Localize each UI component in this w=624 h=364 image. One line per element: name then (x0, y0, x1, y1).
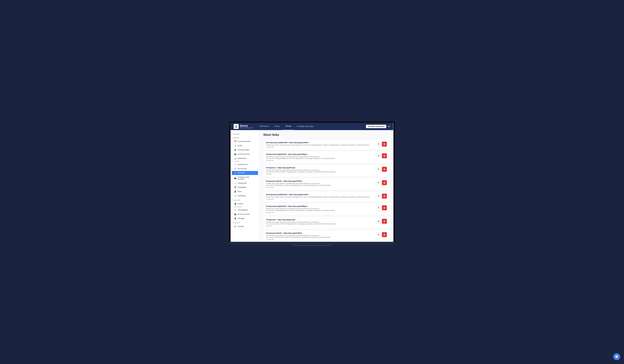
view-shortlink-button[interactable]: 👁 (376, 167, 381, 172)
shortlink-actions: 👁 🗑 (376, 167, 387, 172)
shortlink-redirect: Verwijst naar: https://quezy.io/nl/demo-… (266, 144, 374, 146)
delete-shortlink-button[interactable]: 🗑 (382, 194, 387, 199)
shortlink-card: PostQuezyLinkedin - https://qzy.app/3ufk… (263, 230, 390, 242)
sidebar-item-team[interactable]: 👤 Team (232, 190, 258, 194)
sidebar-item-label: Livechat (237, 225, 244, 227)
social-icon: 👥 (234, 213, 236, 215)
shortlink-usage: (0x gebruikt) (266, 212, 374, 213)
shortlink-info: DemoQuezyGoogleBedrijf - https://qzy.app… (266, 142, 374, 148)
shortlink-card: PostQuezyX - https://qzy.app/Hzxjqr Verw… (263, 217, 390, 229)
shortlink-title: PostQuezyLinkedin - https://qzy.app/3ufk… (266, 180, 374, 182)
shortlink-actions: 👁 🗑 (376, 232, 387, 237)
sidebar-item-instellingen[interactable]: ⚙ Instellingen (232, 194, 258, 198)
sidebar-item-post-aanmaken[interactable]: ➕ Post aanmaken (232, 148, 258, 152)
shortlink-title: DemoQuezyGoogleBedrijf - https://qzy.app… (266, 194, 374, 195)
sidebar-item-uitnodigingen[interactable]: ✉ Uitnodigingen (232, 208, 258, 212)
create-shortlink-button[interactable]: Shortlink aanmaken (366, 125, 386, 128)
sidebar-item-label: Uitloggen (237, 218, 245, 219)
logo-text: Quezy (240, 124, 253, 127)
nav-tab-quezy[interactable]: Quezy (272, 123, 283, 130)
sidebar-item-my-account[interactable]: 👤 Esmee (232, 202, 258, 206)
shortlink-card: DemoQuezyGoogleBedrijf - https://qzy.app… (263, 140, 390, 150)
nav-tab-ternair[interactable]: Ternair (283, 123, 294, 130)
sidebar-item-inhakdagen[interactable]: 📆 Inhakdagen (232, 185, 258, 189)
sidebar-item-social-accounts[interactable]: 👥 Social accounts (232, 152, 258, 156)
view-shortlink-button[interactable]: 👁 (376, 232, 381, 237)
sidebar-item-label: Content kalender (237, 141, 251, 142)
shortlink-actions: 👁 🗑 (376, 219, 387, 224)
sidebar-item-instagram-feed[interactable]: 📷 Instagram feed previews (232, 175, 258, 181)
delete-shortlink-button[interactable]: 🗑 (382, 219, 387, 224)
delete-shortlink-button[interactable]: 🗑 (382, 205, 387, 210)
section-label-account: ACCOUNT (231, 198, 259, 202)
shortlink-title: DemoQuezyGoogleBedrijf - https://qzy.app… (266, 142, 374, 144)
shortlink-redirect: Verwijst naar: https://quezy.io/nl/demo-… (266, 196, 374, 198)
shortlink-info: PostQuezyX - https://qzy.app/Hzxjqr Verw… (266, 167, 374, 175)
nav-tab-create-company[interactable]: ⊕ Bedrijf aanmaken (294, 125, 317, 127)
laptop-base (229, 242, 395, 244)
shortlink-usage: (0x gebruikt) (266, 160, 374, 161)
shortlink-redirect: Verwijst naar: https://ternair.com/nieuw… (266, 221, 374, 225)
shortlink-redirect: Verwijst naar: https://ternair.com/nieuw… (266, 169, 374, 173)
shortlinks-list: DemoQuezyGoogleBedrijf - https://qzy.app… (263, 140, 390, 242)
sidebar-item-drafts[interactable]: 📝 Drafts (232, 144, 258, 148)
content-area: Short links DemoQuezyGoogleBedrijf - htt… (260, 130, 393, 242)
view-shortlink-button[interactable]: 👁 (376, 219, 381, 224)
shortlink-info: DemoQuezyGoogleBedrijf - https://qzy.app… (266, 194, 374, 200)
laptop-bottom (229, 244, 395, 246)
sidebar-item-hashtag-sets[interactable]: # Hashtag sets (232, 163, 258, 167)
shortlink-title: PostQuezyGoogleBedrijf - https://qzy.app… (266, 205, 374, 207)
chat-icon: 💬 (234, 225, 236, 228)
sidebar-item-content-kalender[interactable]: 📅 Content kalender (232, 140, 258, 144)
sidebar-item-label: Categorieën (237, 182, 247, 184)
sidebar-item-shortlinks[interactable]: 🔗 Shortlinks (232, 171, 258, 175)
view-shortlink-button[interactable]: 👁 (376, 180, 381, 185)
categories-icon: 🗂 (234, 182, 236, 184)
top-navigation: Q Quezy powered by TERNAIR Workspace Que… (231, 123, 393, 130)
shortlink-usage: (1x gebruikt) (266, 239, 374, 240)
sidebar-item-text-presets[interactable]: 📋 Text presets (232, 167, 258, 171)
stats-icon: 📊 (234, 157, 236, 159)
sidebar-item-uitloggen[interactable]: 🚪 Uitloggen (232, 217, 258, 220)
shortlink-actions: 👁 🗑 (376, 194, 387, 199)
laptop-stand (293, 245, 331, 246)
sidebar-item-label: Statistieken (237, 157, 247, 159)
sidebar-item-social-accounts-account[interactable]: 👥 Social accounts (232, 212, 258, 216)
shortlink-actions: 👁 🗑 (376, 153, 387, 158)
sidebar-item-statistieken[interactable]: 📊 Statistieken (232, 156, 258, 160)
chat-bubble-button[interactable]: 💬 (613, 353, 620, 360)
view-shortlink-button[interactable]: 👁 (376, 142, 381, 146)
shortlink-card: DemoQuezyGoogleBedrijf - https://qzy.app… (263, 192, 390, 202)
sidebar-item-label: Shortlinks (237, 172, 245, 174)
sidebar-item-label: Drafts (237, 145, 242, 146)
shortlink-title: PostQuezyGoogleBedrijf - https://qzy.app… (266, 153, 374, 155)
shortlink-redirect: Verwijst naar: https://ternair.com/nieuw… (266, 235, 374, 238)
view-shortlink-button[interactable]: 👁 (376, 205, 381, 210)
shortlinks-icon: 🔗 (234, 172, 236, 174)
shortlink-usage: (1x gebruikt) (266, 198, 374, 200)
view-shortlink-button[interactable]: 👁 (376, 153, 381, 158)
delete-shortlink-button[interactable]: 🗑 (382, 232, 387, 237)
shortlink-card: PostQuezyX - https://qzy.app/Hzxjqr Verw… (263, 165, 390, 177)
account-icon: 👤 (234, 203, 236, 205)
hashtag-icon: # (234, 164, 236, 166)
calendar-icon: 📅 (234, 141, 236, 143)
gear-icon[interactable]: ⚙ (388, 125, 390, 128)
delete-shortlink-button[interactable]: 🗑 (382, 167, 387, 172)
team-icon: 👤 (234, 191, 236, 193)
my-account-label: Mijn account (231, 206, 259, 208)
nav-tab-workspace[interactable]: Workspace (257, 123, 272, 130)
delete-shortlink-button[interactable]: 🗑 (382, 153, 387, 158)
shortlink-info: PostQuezyLinkedin - https://qzy.app/3ufk… (266, 232, 374, 240)
view-shortlink-button[interactable]: 👁 (376, 194, 381, 199)
settings-icon: ⚙ (234, 195, 236, 197)
sidebar-item-categorieen[interactable]: 🗂 Categorieën (232, 181, 258, 185)
delete-shortlink-button[interactable]: 🗑 (382, 180, 387, 185)
social-accounts-icon: 👥 (234, 153, 236, 155)
sidebar-item-label: Uitnodigingen (237, 209, 248, 211)
accent-line (393, 123, 393, 130)
sidebar-item-livechat[interactable]: 💬 Livechat (232, 224, 258, 229)
shortlink-title: PostQuezyX - https://qzy.app/Hzxjqr (266, 219, 374, 221)
section-label-bedrijf: BEDRIJF (231, 136, 259, 139)
delete-shortlink-button[interactable]: 🗑 (382, 142, 387, 146)
